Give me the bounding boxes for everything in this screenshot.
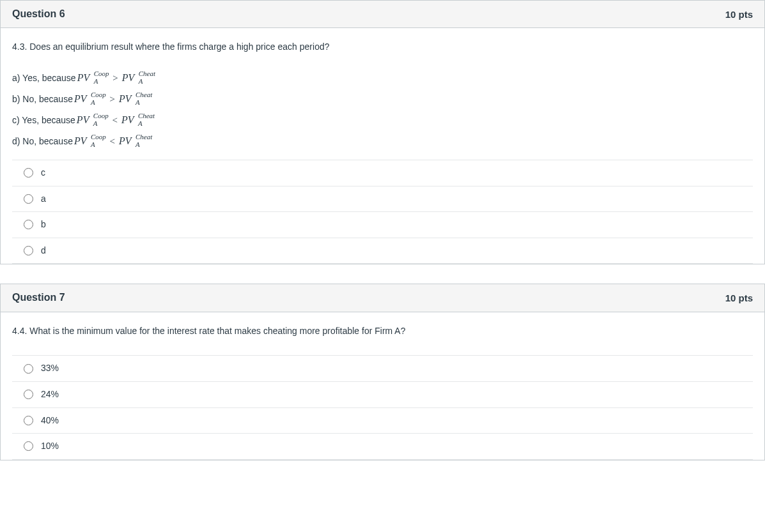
q6-line-c: c) Yes, because PV Coop A < PV Cheat A xyxy=(12,114,753,127)
q6-option-label: a xyxy=(41,193,46,206)
question-6-card: Question 6 10 pts 4.3. Does an equilibri… xyxy=(0,0,765,264)
q6-radio-c[interactable] xyxy=(24,168,33,178)
q7-answers: 33% 24% 40% 10% xyxy=(12,355,753,459)
pv-coop-term: PV Coop A xyxy=(77,115,109,125)
question-6-title: Question 6 xyxy=(12,7,65,21)
q7-option-label: 24% xyxy=(41,388,59,401)
question-7-body: 4.4. What is the minimum value for the i… xyxy=(1,312,764,460)
q6-option-label: b xyxy=(41,218,46,231)
q6-option-label: d xyxy=(41,245,46,257)
question-6-points: 10 pts xyxy=(725,8,753,21)
q6-line-d: d) No, because PV Coop A < PV Cheat A xyxy=(12,135,753,148)
q7-option-24[interactable]: 24% xyxy=(12,381,753,407)
q7-option-label: 40% xyxy=(41,414,59,427)
q6-radio-a[interactable] xyxy=(24,194,33,204)
question-6-body: 4.3. Does an equilibrium result where th… xyxy=(1,28,764,264)
q7-radio-33[interactable] xyxy=(24,364,33,374)
pv-cheat-term: PV Cheat A xyxy=(119,94,151,104)
q7-radio-40[interactable] xyxy=(24,416,33,425)
q6-line-a: a) Yes, because PV Coop A > PV Cheat A xyxy=(12,72,753,85)
q7-option-10[interactable]: 10% xyxy=(12,433,753,460)
q6-option-d[interactable]: d xyxy=(12,238,753,264)
q6-option-label: c xyxy=(41,167,45,179)
q7-option-label: 10% xyxy=(41,440,59,453)
q6-answers: c a b d xyxy=(12,160,753,264)
q6-radio-b[interactable] xyxy=(24,220,33,229)
q7-radio-24[interactable] xyxy=(24,390,33,399)
pv-coop-term: PV Coop A xyxy=(74,136,106,146)
q6-radio-d[interactable] xyxy=(24,246,33,255)
pv-cheat-term: PV Cheat A xyxy=(122,73,154,83)
q6-option-b[interactable]: b xyxy=(12,211,753,238)
q7-radio-10[interactable] xyxy=(24,441,33,451)
q6-option-a[interactable]: a xyxy=(12,186,753,212)
pv-coop-term: PV Coop A xyxy=(74,94,106,104)
question-7-points: 10 pts xyxy=(725,291,753,305)
question-7-prompt: 4.4. What is the minimum value for the i… xyxy=(12,325,753,338)
q7-option-40[interactable]: 40% xyxy=(12,407,753,434)
question-7-card: Question 7 10 pts 4.4. What is the minim… xyxy=(0,284,765,460)
pv-coop-term: PV Coop A xyxy=(77,73,109,83)
question-7-title: Question 7 xyxy=(12,291,65,305)
q7-option-label: 33% xyxy=(41,362,59,375)
q7-option-33[interactable]: 33% xyxy=(12,355,753,381)
question-6-prompt: 4.3. Does an equilibrium result where th… xyxy=(12,41,753,54)
question-7-header: Question 7 10 pts xyxy=(1,284,764,312)
q6-line-b: b) No, because PV Coop A > PV Cheat A xyxy=(12,93,753,106)
question-6-header: Question 6 10 pts xyxy=(1,1,764,28)
pv-cheat-term: PV Cheat A xyxy=(119,136,151,146)
q6-option-c[interactable]: c xyxy=(12,160,753,186)
pv-cheat-term: PV Cheat A xyxy=(121,115,153,125)
